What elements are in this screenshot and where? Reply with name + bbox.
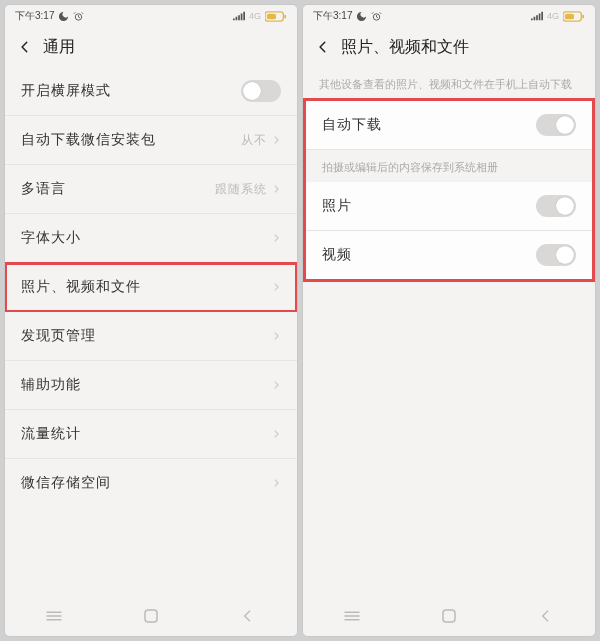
chevron-right-icon [271, 377, 281, 393]
row-font-size[interactable]: 字体大小 [5, 214, 297, 263]
settings-list: 其他设备查看的照片、视频和文件在手机上自动下载 自动下载 拍摄或编辑后的内容保存… [303, 67, 595, 596]
signal-icon [531, 11, 543, 21]
network-label: 4G [547, 11, 559, 21]
row-value: 从不 [241, 132, 267, 149]
battery-icon [563, 11, 585, 22]
status-bar: 下午3:17 4G [303, 5, 595, 27]
signal-icon [233, 11, 245, 21]
android-navbar [303, 596, 595, 636]
page-header: 通用 [5, 27, 297, 67]
page-title: 通用 [43, 37, 75, 58]
back-icon[interactable] [13, 35, 37, 59]
row-auto-download[interactable]: 自动下载 [306, 101, 592, 150]
nav-recent-icon[interactable] [41, 603, 67, 629]
section-note: 拍摄或编辑后的内容保存到系统相册 [306, 150, 592, 181]
page-title: 照片、视频和文件 [341, 37, 469, 58]
chevron-right-icon [271, 230, 281, 246]
svg-rect-7 [565, 13, 574, 19]
page-header: 照片、视频和文件 [303, 27, 595, 67]
row-photos[interactable]: 照片 [306, 182, 592, 231]
chevron-right-icon [271, 181, 281, 197]
toggle-photos[interactable] [536, 195, 576, 217]
nav-recent-icon[interactable] [339, 603, 365, 629]
toggle-videos[interactable] [536, 244, 576, 266]
svg-rect-4 [145, 610, 157, 622]
row-label: 字体大小 [21, 229, 271, 247]
svg-rect-9 [443, 610, 455, 622]
row-storage[interactable]: 微信存储空间 [5, 459, 297, 507]
status-time: 下午3:17 [313, 9, 352, 23]
settings-list: 开启横屏模式 自动下载微信安装包 从不 多语言 跟随系统 字体大小 [5, 67, 297, 596]
battery-icon [265, 11, 287, 22]
highlight-group: 自动下载 拍摄或编辑后的内容保存到系统相册 照片 视频 [303, 98, 595, 281]
dnd-icon [58, 11, 69, 22]
row-label: 多语言 [21, 180, 215, 198]
row-label: 自动下载 [322, 116, 536, 134]
toggle-landscape[interactable] [241, 80, 281, 102]
alarm-icon [371, 11, 382, 22]
row-landscape-mode[interactable]: 开启横屏模式 [5, 67, 297, 116]
row-accessibility[interactable]: 辅助功能 [5, 361, 297, 410]
row-language[interactable]: 多语言 跟随系统 [5, 165, 297, 214]
nav-home-icon[interactable] [436, 603, 462, 629]
nav-home-icon[interactable] [138, 603, 164, 629]
network-label: 4G [249, 11, 261, 21]
chevron-right-icon [271, 475, 281, 491]
row-value: 跟随系统 [215, 181, 267, 198]
nav-back-icon[interactable] [235, 603, 261, 629]
svg-rect-8 [582, 14, 584, 18]
row-photos-videos-files[interactable]: 照片、视频和文件 [5, 263, 297, 312]
android-navbar [5, 596, 297, 636]
chevron-right-icon [271, 132, 281, 148]
chevron-right-icon [271, 279, 281, 295]
svg-rect-2 [267, 13, 276, 19]
nav-back-icon[interactable] [533, 603, 559, 629]
row-label: 开启横屏模式 [21, 82, 241, 100]
row-data-usage[interactable]: 流量统计 [5, 410, 297, 459]
alarm-icon [73, 11, 84, 22]
row-label: 照片 [322, 197, 536, 215]
row-label: 微信存储空间 [21, 474, 271, 492]
row-label: 自动下载微信安装包 [21, 131, 241, 149]
row-label: 发现页管理 [21, 327, 271, 345]
row-label: 照片、视频和文件 [21, 278, 271, 296]
status-time: 下午3:17 [15, 9, 54, 23]
row-auto-download-apk[interactable]: 自动下载微信安装包 从不 [5, 116, 297, 165]
status-bar: 下午3:17 4G [5, 5, 297, 27]
row-label: 辅助功能 [21, 376, 271, 394]
back-icon[interactable] [311, 35, 335, 59]
row-label: 流量统计 [21, 425, 271, 443]
row-videos[interactable]: 视频 [306, 231, 592, 279]
chevron-right-icon [271, 328, 281, 344]
left-phone: 下午3:17 4G 通用 [4, 4, 298, 637]
dnd-icon [356, 11, 367, 22]
svg-rect-3 [284, 14, 286, 18]
row-discover-manage[interactable]: 发现页管理 [5, 312, 297, 361]
section-note: 其他设备查看的照片、视频和文件在手机上自动下载 [303, 67, 595, 98]
row-label: 视频 [322, 246, 536, 264]
chevron-right-icon [271, 426, 281, 442]
right-phone: 下午3:17 4G 照片、视频 [302, 4, 596, 637]
toggle-auto-download[interactable] [536, 114, 576, 136]
